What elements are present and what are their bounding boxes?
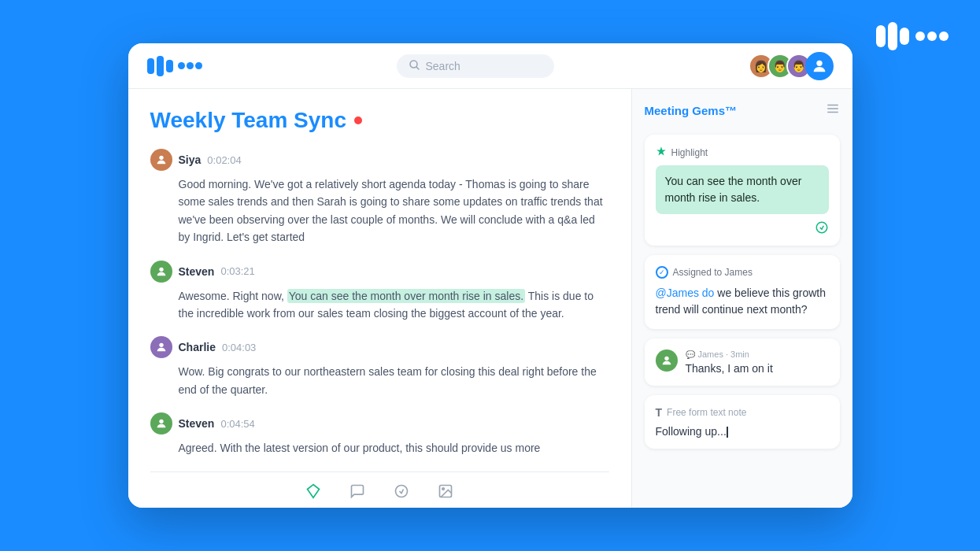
highlight-check [656,220,829,235]
message-text-steven-2: Agreed. With the latest version of our p… [150,439,609,457]
avatar-active[interactable] [805,52,834,80]
note-type-icon: T [656,406,663,419]
gem-card-note[interactable]: T Free form text note Following up... [645,395,840,449]
avatar-steven-2 [150,412,172,435]
avatar-siya [150,149,172,171]
logo-bar-2 [888,22,897,50]
main-window: Search 👩 👨 👨 [128,43,852,508]
mention-james: @James do [656,287,715,299]
logo-bars [876,22,909,50]
logo-dot-1 [915,31,925,41]
gem-tag-highlight: Highlight [656,146,829,159]
assigned-check-icon: ✓ [656,266,668,279]
gems-panel: Meeting Gems™ Highlight [632,89,852,508]
assigned-row: ✓ Assigned to James [656,266,829,279]
speaker-row-2: Steven 0:03:21 [150,261,609,283]
assigned-label: Assigned to James [673,267,753,278]
logo-dot-3 [939,31,949,41]
highlight-tag-label: Highlight [671,147,708,158]
speaker-time-siya: 0:02:04 [207,154,241,166]
svg-point-2 [816,60,822,65]
gem-card-reply: 💬 James · 3min Thanks, I am on it [645,338,840,386]
image-button[interactable] [433,479,458,504]
search-placeholder: Search [426,60,460,72]
gem-button[interactable] [301,479,326,504]
speaker-name-charlie: Charlie [179,341,216,353]
speaker-name-steven-1: Steven [179,265,215,278]
svg-line-1 [416,67,419,69]
reply-text: Thanks, I am on it [686,362,829,375]
reply-avatar-james [656,349,678,372]
logo-dots [915,31,949,41]
speaker-time-charlie: 0:04:03 [222,342,256,353]
gem-card-highlight: Highlight You can see the month overmont… [645,135,840,246]
live-indicator [354,116,362,124]
message-text-siya: Good morning. We've got a relatively sho… [150,176,609,246]
logo-bars-main [147,56,173,76]
logo-main-dot-2 [187,62,194,69]
message-block-4: Steven 0:04:54 Agreed. With the latest v… [150,412,609,457]
reply-message-icon: 💬 [686,350,695,359]
speaker-row-1: Siya 0:02:04 [150,149,609,171]
logo-main-dot-1 [178,62,185,69]
svg-point-14 [664,357,668,361]
avatar-steven-1 [150,261,172,283]
gem-card-action: ✓ Assigned to James @James do we believe… [645,255,840,329]
search-icon [409,60,420,72]
gems-header: Meeting Gems™ [645,102,840,125]
content-area: Weekly Team Sync Siya 0:02:04 Good morni… [128,89,852,508]
logo-bar-3 [900,28,909,45]
message-block-1: Siya 0:02:04 Good morning. We've got a r… [150,149,609,246]
speaker-time-steven-2: 0:04:54 [220,418,254,430]
assign-button[interactable] [389,479,414,504]
message-text-steven-1: Awesome. Right now, You can see the mont… [150,287,609,323]
comment-button[interactable] [345,479,370,504]
top-bar: Search 👩 👨 👨 [128,43,852,89]
reply-author-time: James · 3min [698,349,749,359]
action-text: @James do we believe this growth trend w… [656,285,829,318]
otter-logo-main[interactable] [147,56,202,76]
gems-menu-icon[interactable] [826,102,840,119]
reply-content: 💬 James · 3min Thanks, I am on it [686,349,829,375]
message-text-charlie: Wow. Big congrats to our northeastern sa… [150,363,609,398]
svg-point-13 [816,222,827,233]
speaker-row-4: Steven 0:04:54 [150,412,609,435]
svg-point-7 [396,486,408,497]
otter-logo-topright [876,22,949,50]
message-block-3: Charlie 0:04:03 Wow. Big congrats to our… [150,336,609,398]
note-label-text: Free form text note [667,407,746,418]
logo-main-bar-1 [147,58,154,74]
meeting-title: Weekly Team Sync [150,108,347,133]
transcript-panel[interactable]: Weekly Team Sync Siya 0:02:04 Good morni… [128,89,632,508]
meeting-title-row: Weekly Team Sync [150,108,609,133]
message-block-2: Steven 0:03:21 Awesome. Right now, You c… [150,261,609,323]
highlight-quote: You can see the month overmonth rise in … [656,165,829,214]
reply-meta: 💬 James · 3min [686,349,829,359]
avatars-group: 👩 👨 👨 [749,52,834,80]
logo-main-dot-3 [195,62,202,69]
note-label-row: T Free form text note [656,406,829,419]
logo-dot-2 [927,31,937,41]
speaker-time-steven-1: 0:03:21 [220,265,254,277]
svg-point-4 [159,267,163,271]
logo-main-bar-2 [157,56,164,76]
logo-bar-1 [876,25,886,47]
svg-point-5 [159,343,163,347]
avatar-charlie [150,336,172,358]
gems-title: Meeting Gems™ [645,104,738,117]
speaker-name-siya: Siya [179,153,202,166]
svg-point-6 [159,420,163,423]
highlight-span: You can see the month over month rise in… [287,289,525,303]
cursor [727,427,728,438]
logo-main-bar-3 [166,60,173,72]
logo-dots-main [178,62,202,69]
svg-point-9 [442,488,445,490]
svg-point-3 [159,156,163,160]
note-content: Following up... [656,425,829,438]
highlight-icon [656,146,667,159]
bottom-toolbar [150,471,609,508]
speaker-row-3: Charlie 0:04:03 [150,336,609,358]
search-bar[interactable]: Search [397,54,554,78]
speaker-name-steven-2: Steven [179,417,215,430]
